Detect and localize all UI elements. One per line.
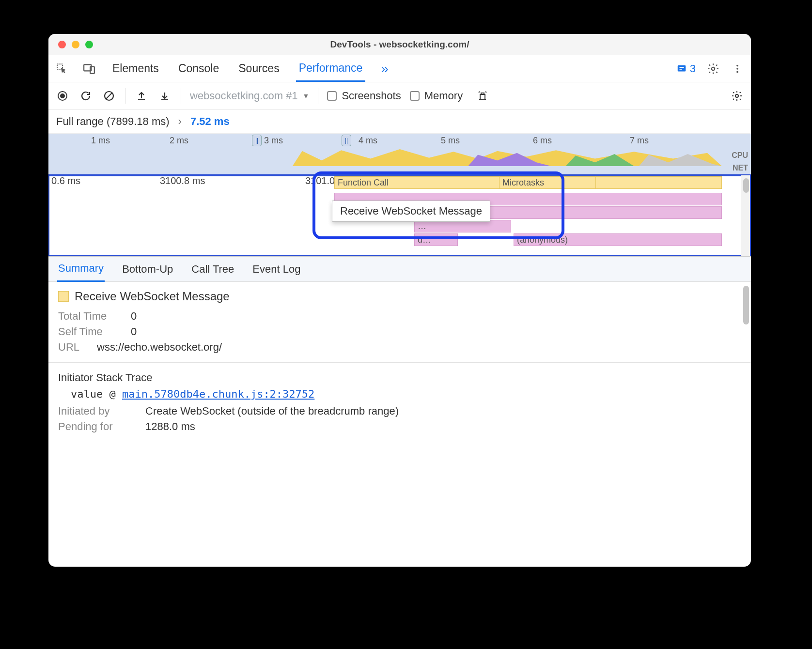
- minimize-window-button[interactable]: [72, 41, 79, 48]
- overview-tick: 3 ms: [264, 136, 283, 146]
- close-window-button[interactable]: [58, 41, 66, 48]
- flamechart-scrollbar[interactable]: [741, 175, 750, 256]
- window-title: DevTools - websocketking.com/: [48, 39, 751, 50]
- overview-minimap[interactable]: 1 ms 2 ms 3 ms 4 ms 5 ms 6 ms 7 ms || ||…: [48, 134, 751, 174]
- svg-point-11: [735, 94, 738, 97]
- pending-for-label: Pending for: [58, 420, 136, 433]
- device-toggle-icon[interactable]: [82, 62, 96, 76]
- screenshots-checkbox[interactable]: Screenshots: [327, 90, 401, 102]
- url-label: URL: [58, 341, 87, 354]
- perf-toolbar: websocketking.com #1 ▼ Screenshots Memor…: [48, 82, 751, 109]
- url-value: wss://echo.websocket.org/: [97, 341, 222, 354]
- recording-select[interactable]: websocketking.com #1 ▼: [190, 90, 309, 102]
- svg-point-9: [60, 93, 65, 98]
- svg-point-6: [736, 68, 738, 70]
- overview-tick: 4 ms: [359, 136, 377, 146]
- dtab-bottom-up[interactable]: Bottom-Up: [121, 257, 174, 281]
- svg-point-5: [736, 64, 738, 66]
- svg-point-7: [736, 71, 738, 73]
- stack-link[interactable]: main.5780db4e.chunk.js:2:32752: [122, 388, 314, 400]
- full-range-label[interactable]: Full range (7899.18 ms): [56, 115, 170, 128]
- tab-elements[interactable]: Elements: [109, 56, 162, 81]
- panel-tabs: Elements Console Sources Performance » 3: [48, 55, 751, 82]
- total-time-label: Total Time: [58, 310, 121, 323]
- devtools-window: DevTools - websocketking.com/ Elements C…: [48, 34, 751, 567]
- selected-range-label[interactable]: 7.52 ms: [190, 115, 230, 128]
- pending-for-value: 1288.0 ms: [145, 420, 195, 433]
- range-handle-left[interactable]: ||: [252, 135, 262, 146]
- overview-tick: 5 ms: [441, 136, 460, 146]
- details-scrollbar[interactable]: [743, 286, 749, 324]
- inspect-icon[interactable]: [55, 62, 69, 76]
- tab-performance[interactable]: Performance: [296, 56, 366, 82]
- tabs-overflow-button[interactable]: »: [381, 61, 389, 77]
- checkbox-box: [327, 91, 337, 101]
- axis-tick: 3100.8 ms: [160, 175, 205, 186]
- upload-profile-button[interactable]: [134, 89, 149, 103]
- settings-gear-icon[interactable]: [706, 62, 720, 76]
- event-name: Receive WebSocket Message: [75, 290, 230, 303]
- range-handle-right[interactable]: ||: [342, 135, 351, 146]
- range-breadcrumb: Full range (7899.18 ms) › 7.52 ms: [48, 109, 751, 134]
- clear-button[interactable]: [102, 89, 116, 103]
- chevron-down-icon: ▼: [303, 92, 310, 100]
- recording-select-label: websocketking.com #1: [190, 90, 298, 102]
- issues-badge[interactable]: 3: [676, 62, 696, 75]
- stack-fn: value: [71, 388, 103, 400]
- dtab-call-tree[interactable]: Call Tree: [190, 257, 235, 281]
- stack-title: Initiator Stack Trace: [58, 371, 741, 384]
- event-color-swatch: [58, 291, 69, 302]
- self-time-label: Self Time: [58, 325, 121, 338]
- net-track-label: NET: [733, 164, 748, 172]
- tab-sources[interactable]: Sources: [235, 56, 282, 81]
- cpu-track-label: CPU: [732, 151, 748, 160]
- self-time-value: 0: [131, 325, 137, 338]
- overview-tick: 2 ms: [170, 136, 188, 146]
- memory-checkbox[interactable]: Memory: [410, 90, 463, 102]
- initiator-stack: Initiator Stack Trace value @ main.5780d…: [58, 371, 741, 400]
- kebab-menu-icon[interactable]: [731, 62, 744, 76]
- summary-panel: Receive WebSocket Message Total Time0 Se…: [48, 282, 751, 567]
- collect-garbage-button[interactable]: [475, 89, 490, 103]
- overview-tick: 6 ms: [533, 136, 552, 146]
- traffic-lights: [48, 41, 93, 48]
- checkbox-box: [410, 91, 420, 101]
- chevron-right-icon: ›: [178, 115, 182, 128]
- screenshots-label: Screenshots: [342, 90, 401, 102]
- stack-at: @: [109, 388, 115, 400]
- memory-label: Memory: [424, 90, 463, 102]
- download-profile-button[interactable]: [157, 89, 172, 103]
- overview-tick: 1 ms: [91, 136, 110, 146]
- overview-flames: [48, 147, 722, 166]
- issues-count: 3: [690, 62, 696, 75]
- total-time-value: 0: [131, 310, 137, 323]
- svg-point-4: [712, 67, 715, 70]
- svg-rect-3: [678, 65, 686, 71]
- flame-tooltip: Receive WebSocket Message: [332, 201, 490, 222]
- reload-record-button[interactable]: [78, 89, 93, 103]
- details-tabs: Summary Bottom-Up Call Tree Event Log: [48, 257, 751, 282]
- initiated-by-value: Create WebSocket (outside of the breadcr…: [145, 405, 399, 417]
- dtab-summary[interactable]: Summary: [57, 256, 105, 282]
- flamechart[interactable]: 0.6 ms 3100.8 ms 3101.0 ms 3101.2 ms 310…: [48, 174, 751, 257]
- axis-tick: 0.6 ms: [51, 175, 80, 186]
- titlebar: DevTools - websocketking.com/: [48, 34, 751, 55]
- initiated-by-label: Initiated by: [58, 405, 136, 417]
- dtab-event-log[interactable]: Event Log: [251, 257, 301, 281]
- tab-console[interactable]: Console: [175, 56, 222, 81]
- record-button[interactable]: [55, 89, 70, 103]
- capture-settings-gear-icon[interactable]: [730, 89, 744, 103]
- overview-tick: 7 ms: [630, 136, 649, 146]
- maximize-window-button[interactable]: [85, 41, 93, 48]
